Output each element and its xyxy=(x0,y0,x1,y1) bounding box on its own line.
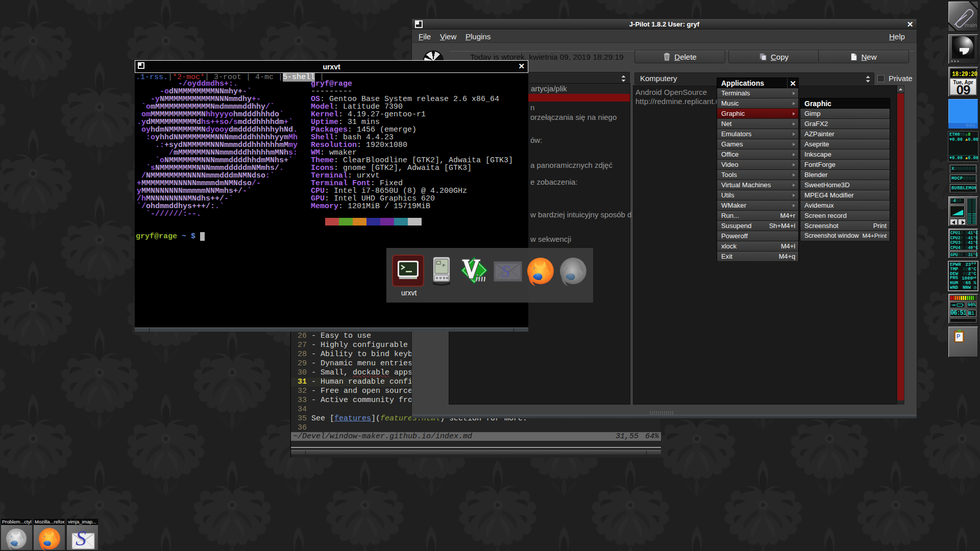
svg-text:S: S xyxy=(501,262,510,281)
svg-text:im: im xyxy=(475,272,486,284)
svg-text:S: S xyxy=(76,528,86,550)
svg-text:main: main xyxy=(965,22,977,28)
